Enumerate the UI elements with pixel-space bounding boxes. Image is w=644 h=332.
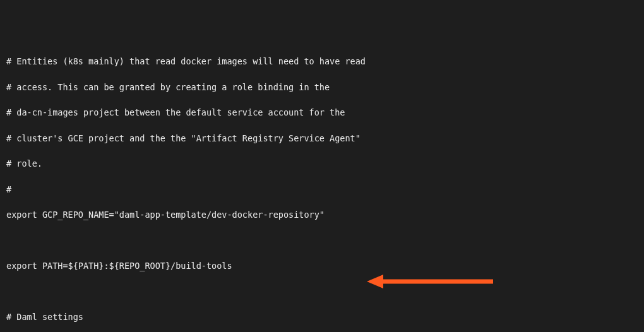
code-line: # Daml settings	[6, 311, 638, 323]
code-line: # role.	[6, 157, 638, 170]
code-line: # da-cn-images project between the defau…	[6, 106, 638, 119]
blank-line	[6, 285, 638, 297]
code-line: # access. This can be granted by creatin…	[6, 81, 638, 93]
code-line: export GCP_REPO_NAME="daml-app-template/…	[6, 208, 638, 221]
code-line: # cluster's GCE project and the the "Art…	[6, 132, 638, 145]
code-line: # Entities (k8s mainly) that read docker…	[6, 55, 638, 68]
blank-line	[6, 234, 638, 247]
code-line: #	[6, 183, 638, 196]
code-line: export PATH=${PATH}:${REPO_ROOT}/build-t…	[6, 259, 638, 272]
